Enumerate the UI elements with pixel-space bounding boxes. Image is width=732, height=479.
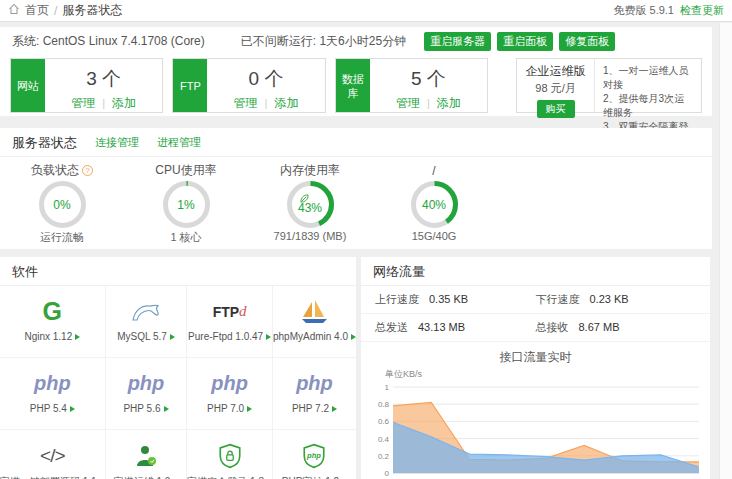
gauges-row: 负载状态 ? 0% 运行流畅 CPU使用率 [0, 157, 712, 245]
breadcrumb-current: 服务器状态 [62, 2, 122, 19]
running-indicator-icon [351, 334, 356, 340]
svg-text:0.2: 0.2 [378, 452, 390, 461]
memory-value: 43% [287, 181, 334, 228]
ftp-count: 0 个 [207, 66, 324, 92]
version-label: 免费版 5.9.1 [613, 3, 674, 18]
total-recv-value: 8.67 MB [579, 321, 620, 333]
server-status-panel: 服务器状态 连接管理 进程管理 负载状态 ? 0% 运行流畅 [0, 128, 712, 249]
svg-text:0.4: 0.4 [378, 435, 390, 444]
software-item-php56[interactable]: php PHP 5.6 [106, 358, 188, 430]
running-indicator-icon [70, 406, 75, 412]
stat-cards-row: 网站 3 个 管理|添加 FTP 0 个 管理|添加 数据库 [0, 54, 712, 113]
database-add-link[interactable]: 添加 [437, 96, 461, 110]
speed-row: 上行速度0.35 KB 下行速度0.23 KB [361, 286, 710, 314]
nginx-icon: G [0, 295, 105, 328]
buy-button[interactable]: 购买 [537, 100, 575, 118]
check-update-link[interactable]: 检查更新 [680, 3, 724, 18]
phpmyadmin-sailboat-icon [273, 295, 356, 328]
promo-price: 98 元/月 [517, 81, 594, 96]
vertical-scrollbar[interactable] [719, 23, 732, 479]
disk-value: 40% [411, 181, 458, 228]
chart-unit-label: 单位KB/s [385, 368, 710, 381]
up-speed-label: 上行速度 [375, 293, 419, 305]
website-count: 3 个 [45, 66, 162, 92]
software-grid: G Nginx 1.12 MySQL 5.7 FTPd Pure-Ftpd 1.… [0, 286, 356, 479]
home-icon[interactable] [8, 3, 20, 18]
database-manage-link[interactable]: 管理 [396, 96, 420, 110]
running-indicator-icon [75, 334, 80, 340]
software-item-mysql[interactable]: MySQL 5.7 [106, 286, 188, 358]
breadcrumb: 首页 / 服务器状态 [8, 2, 122, 19]
database-count: 5 个 [370, 66, 487, 92]
repair-panel-button[interactable]: 修复面板 [559, 32, 615, 51]
running-indicator-icon [266, 334, 271, 340]
total-sent-label: 总发送 [375, 321, 408, 333]
breadcrumb-home-link[interactable]: 首页 [25, 2, 49, 19]
memory-gauge: 内存使用率 43% 791/1839 (MB) [248, 163, 372, 245]
mysql-dolphin-icon [106, 295, 187, 328]
connection-manage-link[interactable]: 连接管理 [95, 128, 139, 157]
website-manage-link[interactable]: 管理 [71, 96, 95, 110]
ftp-add-link[interactable]: 添加 [274, 96, 298, 110]
topbar: 首页 / 服务器状态 免费版 5.9.1 检查更新 [0, 0, 732, 22]
cpu-caption: 1 核心 [124, 230, 248, 245]
code-icon: </> [0, 439, 105, 472]
running-indicator-icon [332, 406, 337, 412]
software-item-php72[interactable]: php PHP 7.2 [273, 358, 356, 430]
software-item-php54[interactable]: php PHP 5.4 [0, 358, 106, 430]
software-item-nginx[interactable]: G Nginx 1.12 [0, 286, 106, 358]
uptime-label: 已不间断运行: 1天6小时25分钟 [241, 33, 406, 50]
ftp-card: FTP 0 个 管理|添加 [172, 58, 325, 113]
load-gauge: 负载状态 ? 0% 运行流畅 [0, 163, 124, 245]
restart-server-button[interactable]: 重启服务器 [424, 32, 491, 51]
cpu-gauge: CPU使用率 1% 1 核心 [124, 163, 248, 245]
running-indicator-icon [164, 406, 169, 412]
ftp-manage-link[interactable]: 管理 [234, 96, 258, 110]
help-icon[interactable]: ? [82, 165, 93, 176]
website-card-tag: 网站 [11, 59, 45, 112]
running-indicator-icon [170, 334, 175, 340]
ftp-card-tag: FTP [173, 59, 207, 112]
overview-panel: 系统: CentOS Linux 7.4.1708 (Core) 已不间断运行:… [0, 27, 712, 116]
os-label: 系统: CentOS Linux 7.4.1708 (Core) [12, 33, 205, 50]
software-item-php70[interactable]: php PHP 7.0 [187, 358, 273, 430]
php-shield-icon: php [273, 439, 356, 472]
enterprise-promo-card: 企业运维版 98 元/月 购买 1、一对一运维人员对接 2、提供每月3次运维服务… [516, 58, 702, 113]
bt-panel-dashboard: 首页 / 服务器状态 免费版 5.9.1 检查更新 系统: CentOS Lin… [0, 0, 732, 479]
pureftpd-icon: FTPd [187, 295, 272, 328]
total-sent-value: 43.13 MB [418, 321, 465, 333]
cpu-value: 1% [163, 181, 210, 228]
php-icon: php [0, 367, 105, 400]
software-item-deploy[interactable]: </> 宝塔一键部署源码 1.1 [0, 430, 106, 479]
svg-text:0: 0 [385, 469, 390, 478]
running-indicator-icon [247, 406, 252, 412]
svg-text:0.8: 0.8 [378, 400, 390, 409]
load-caption: 运行流畅 [0, 230, 124, 245]
software-item-securelogin[interactable]: 宝塔安全登录 1.3 [187, 430, 273, 479]
promo-features: 1、一对一运维人员对接 2、提供每月3次运维服务 3、双重安全隔离登录 [595, 59, 701, 112]
chart-title: 接口流量实时 [361, 349, 710, 366]
process-manage-link[interactable]: 进程管理 [157, 128, 201, 157]
software-item-ops[interactable]: 宝塔运维 1.0 [106, 430, 188, 479]
ops-person-icon [106, 439, 187, 472]
promo-title: 企业运维版 [517, 63, 594, 80]
website-add-link[interactable]: 添加 [112, 96, 136, 110]
shield-lock-icon [187, 439, 272, 472]
restart-panel-button[interactable]: 重启面板 [497, 32, 553, 51]
software-item-phpguard[interactable]: php PHP守护 1.2 [273, 430, 356, 479]
network-title: 网络流量 [373, 257, 425, 286]
breadcrumb-separator: / [54, 4, 57, 18]
down-speed-label: 下行速度 [536, 293, 580, 305]
svg-text:0.6: 0.6 [378, 417, 390, 426]
network-panel: 网络流量 上行速度0.35 KB 下行速度0.23 KB 总发送43.13 MB… [361, 257, 710, 479]
promo-feature: 2、提供每月3次运维服务 [603, 92, 693, 120]
software-panel: 软件 G Nginx 1.12 MySQL 5.7 FTPd Pure-Ftpd… [0, 257, 356, 479]
software-item-pureftpd[interactable]: FTPd Pure-Ftpd 1.0.47 [187, 286, 273, 358]
php-icon: php [106, 367, 187, 400]
down-speed-value: 0.23 KB [590, 293, 629, 305]
disk-gauge: / 40% 15G/40G [372, 163, 496, 245]
software-item-phpmyadmin[interactable]: phpMyAdmin 4.0 [273, 286, 356, 358]
up-speed-value: 0.35 KB [429, 293, 468, 305]
traffic-chart: 00.20.40.60.8117:32:1117:32:1617:32:2017… [363, 381, 707, 479]
memory-caption: 791/1839 (MB) [248, 230, 372, 242]
